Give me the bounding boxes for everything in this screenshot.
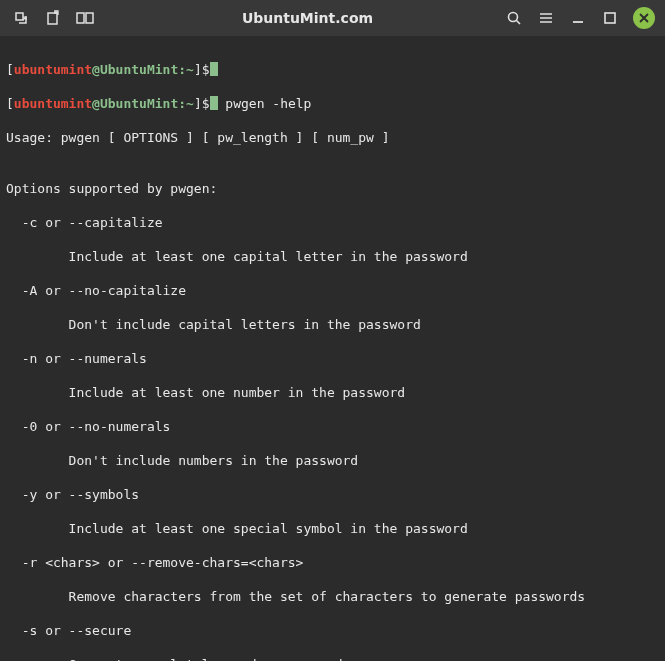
bracket-open: [ bbox=[6, 62, 14, 77]
output-line: Options supported by pwgen: bbox=[6, 180, 659, 197]
prompt-dollar: $ bbox=[202, 96, 210, 111]
output-line: Don't include capital letters in the pas… bbox=[6, 316, 659, 333]
titlebar-right-group bbox=[489, 7, 659, 29]
output-line: Usage: pwgen [ OPTIONS ] [ pw_length ] [… bbox=[6, 129, 659, 146]
cursor-icon bbox=[210, 96, 218, 110]
svg-rect-1 bbox=[86, 13, 93, 23]
output-line: Remove characters from the set of charac… bbox=[6, 588, 659, 605]
search-icon[interactable] bbox=[505, 9, 523, 27]
prompt-host: UbuntuMint bbox=[100, 96, 178, 111]
prompt-at: @ bbox=[92, 62, 100, 77]
output-line: Don't include numbers in the password bbox=[6, 452, 659, 469]
minimize-icon[interactable] bbox=[569, 9, 587, 27]
prompt-colon: : bbox=[178, 62, 186, 77]
new-tab-icon[interactable] bbox=[12, 9, 30, 27]
terminal-window: UbuntuMint.com [ubuntumint@UbuntuMint:~]… bbox=[0, 0, 665, 661]
prompt-path: ~ bbox=[186, 62, 194, 77]
svg-point-2 bbox=[509, 13, 518, 22]
output-line: -0 or --no-numerals bbox=[6, 418, 659, 435]
svg-rect-3 bbox=[605, 13, 615, 23]
output-line: Generate completely random passwords bbox=[6, 656, 659, 661]
svg-rect-0 bbox=[77, 13, 84, 23]
prompt-host: UbuntuMint bbox=[100, 62, 178, 77]
close-icon[interactable] bbox=[633, 7, 655, 29]
output-line: Include at least one capital letter in t… bbox=[6, 248, 659, 265]
split-icon[interactable] bbox=[76, 9, 94, 27]
output-line: -n or --numerals bbox=[6, 350, 659, 367]
prompt-at: @ bbox=[92, 96, 100, 111]
output-line: Include at least one number in the passw… bbox=[6, 384, 659, 401]
titlebar-left-group bbox=[6, 9, 126, 27]
prompt-dollar: $ bbox=[202, 62, 210, 77]
new-window-icon[interactable] bbox=[44, 9, 62, 27]
output-line: Include at least one special symbol in t… bbox=[6, 520, 659, 537]
prompt-colon: : bbox=[178, 96, 186, 111]
hamburger-icon[interactable] bbox=[537, 9, 555, 27]
bracket-close: ] bbox=[194, 96, 202, 111]
prompt-line-1: [ubuntumint@UbuntuMint:~]$ bbox=[6, 61, 659, 78]
titlebar: UbuntuMint.com bbox=[0, 0, 665, 36]
prompt-user: ubuntumint bbox=[14, 62, 92, 77]
terminal-area[interactable]: [ubuntumint@UbuntuMint:~]$ [ubuntumint@U… bbox=[0, 36, 665, 661]
prompt-line-2: [ubuntumint@UbuntuMint:~]$ pwgen -help bbox=[6, 95, 659, 112]
bracket-close: ] bbox=[194, 62, 202, 77]
maximize-icon[interactable] bbox=[601, 9, 619, 27]
bracket-open: [ bbox=[6, 96, 14, 111]
window-title: UbuntuMint.com bbox=[126, 10, 489, 26]
prompt-user: ubuntumint bbox=[14, 96, 92, 111]
output-line: -A or --no-capitalize bbox=[6, 282, 659, 299]
prompt-path: ~ bbox=[186, 96, 194, 111]
command-text: pwgen -help bbox=[218, 96, 312, 111]
output-line: -s or --secure bbox=[6, 622, 659, 639]
output-line: -y or --symbols bbox=[6, 486, 659, 503]
cursor-icon bbox=[210, 62, 218, 76]
output-line: -c or --capitalize bbox=[6, 214, 659, 231]
output-line: -r <chars> or --remove-chars=<chars> bbox=[6, 554, 659, 571]
